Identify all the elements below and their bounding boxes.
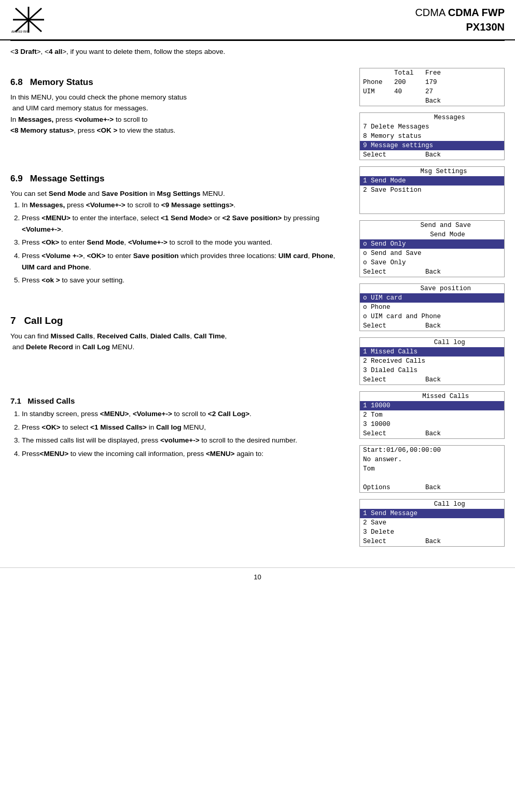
screen-row: 2 Tom <box>360 410 504 420</box>
screen-row: Messages <box>360 113 504 122</box>
screen-row: Select Back <box>360 321 504 331</box>
screen-row: Total Free <box>360 68 504 78</box>
screen-row: Msg Settings <box>360 167 504 176</box>
send-mode-screen: Send and Save Send Mode o Send Only o Se… <box>359 220 505 277</box>
axesstel-logo: axess·tel <box>10 6 47 34</box>
logo-area: axess·tel <box>10 6 47 34</box>
screen-row: Start:01/06,00:00:00 <box>360 446 504 455</box>
screen-row: 8 Memory status <box>360 132 504 141</box>
screen-row: Send and Save <box>360 221 504 230</box>
screen-row: Select Back <box>360 375 504 384</box>
screen-row: Select Back <box>360 150 504 160</box>
screen-row <box>360 474 504 483</box>
save-position-screen: Save position o UIM card o Phone o UIM c… <box>359 283 505 331</box>
screen-row: 7 Delete Messages <box>360 122 504 132</box>
screen-row: o Phone <box>360 303 504 312</box>
screen-row: Phone 200 179 <box>360 78 504 87</box>
screen-row-highlighted: o Send Only <box>360 239 504 249</box>
header-title-line1: CDMA CDMA FWP <box>415 5 505 20</box>
screen-row: Select Back <box>360 429 504 438</box>
screen-row: o Save Only <box>360 258 504 267</box>
screen-row: Call log <box>360 338 504 347</box>
page-number: 10 <box>254 573 261 581</box>
screen-row: 2 Received Calls <box>360 357 504 366</box>
screen-row: No answer. <box>360 455 504 464</box>
svg-line-5 <box>29 8 41 20</box>
header-title: CDMA CDMA FWP PX130N <box>415 5 505 34</box>
screen-row: 2 Save Position <box>360 186 504 195</box>
call-log-screen: Call log 1 Missed Calls 2 Received Calls… <box>359 337 505 385</box>
intro-text: <3 Draft>, <4 all>, if you want to delet… <box>0 41 515 58</box>
screen-row <box>360 195 504 204</box>
screen-row: Send Mode <box>360 230 504 239</box>
section-6-9-heading: 6.9 Message Settings <box>10 174 344 184</box>
screen-row: 2 Save <box>360 518 504 528</box>
screen-row-highlighted: 1 Send Message <box>360 509 504 518</box>
screen-row: Select Back <box>360 267 504 277</box>
memory-status-screen: Total Free Phone 200 179 UIM 40 27 Back <box>359 68 505 106</box>
screen-row: Missed Calls <box>360 392 504 401</box>
main-content: 6.8 Memory Status In this MENU, you coul… <box>0 58 515 557</box>
right-column: Total Free Phone 200 179 UIM 40 27 Back … <box>359 68 505 547</box>
section-7-1-body: In standby screen, press <MENU>, <Volume… <box>10 408 344 459</box>
call-detail-screen: Start:01/06,00:00:00 No answer. Tom Opti… <box>359 445 505 493</box>
screen-row: o Send and Save <box>360 249 504 258</box>
screen-row-highlighted: 1 Missed Calls <box>360 347 504 357</box>
missed-calls-screen: Missed Calls 1 10000 2 Tom 3 10000 Selec… <box>359 391 505 439</box>
messages-menu-screen: Messages 7 Delete Messages 8 Memory stat… <box>359 112 505 160</box>
screen-row: 3 Delete <box>360 528 504 537</box>
section-6-8-body: In this MENU, you could check the phone … <box>10 92 344 136</box>
header-title-line2: PX130N <box>415 20 505 34</box>
screen-row: 3 Dialed Calls <box>360 366 504 375</box>
screen-row: o UIM card and Phone <box>360 312 504 321</box>
screen-row: 3 10000 <box>360 420 504 429</box>
screen-row: Call log <box>360 500 504 509</box>
section-7-body: You can find Missed Calls, Received Call… <box>10 331 344 353</box>
screen-row: Select Back <box>360 537 504 546</box>
screen-row: Save position <box>360 284 504 293</box>
page-footer: 10 <box>0 567 515 586</box>
screen-row-highlighted: o UIM card <box>360 293 504 303</box>
screen-row <box>360 204 504 213</box>
svg-line-4 <box>16 8 29 20</box>
svg-text:axess·tel: axess·tel <box>11 29 28 34</box>
section-7-1-heading: 7.1 Missed Calls <box>10 396 344 405</box>
page-header: axess·tel CDMA CDMA FWP PX130N <box>0 0 515 40</box>
screen-row: Back <box>360 96 504 106</box>
section-6-9-body: You can set Send Mode and Save Position … <box>10 188 344 286</box>
screen-row: Tom <box>360 464 504 474</box>
screen-row: Options Back <box>360 483 504 492</box>
screen-row-highlighted: 1 Send Mode <box>360 176 504 186</box>
call-log-options-screen: Call log 1 Send Message 2 Save 3 Delete … <box>359 499 505 547</box>
section-6-8-heading: 6.8 Memory Status <box>10 77 344 88</box>
screen-row-highlighted: 1 10000 <box>360 401 504 410</box>
screen-row: UIM 40 27 <box>360 87 504 96</box>
screen-row-highlighted: 9 Message settings <box>360 141 504 150</box>
msg-settings-screen: Msg Settings 1 Send Mode 2 Save Position <box>359 166 505 214</box>
section-7-heading: 7 Call Log <box>10 315 344 326</box>
left-column: 6.8 Memory Status In this MENU, you coul… <box>10 68 349 547</box>
